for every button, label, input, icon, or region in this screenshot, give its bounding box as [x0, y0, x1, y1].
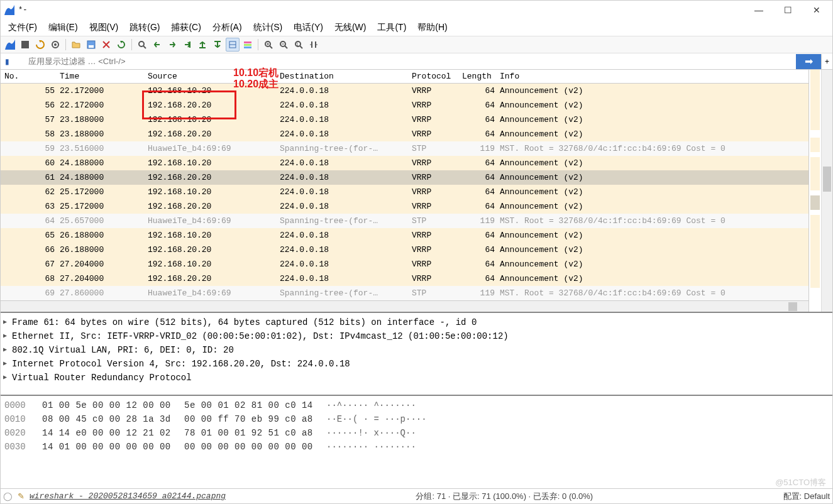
- close-button[interactable]: ✕: [802, 1, 831, 19]
- table-row[interactable]: 6124.188000192.168.20.20224.0.0.18VRRP64…: [1, 170, 808, 185]
- capture-options-button[interactable]: [48, 38, 62, 52]
- detail-row: ▶Internet Protocol Version 4, Src: 192.1…: [1, 357, 832, 371]
- zoom-out-button[interactable]: [277, 38, 290, 52]
- menu-file[interactable]: 文件(F): [3, 21, 42, 35]
- packet-details-pane[interactable]: ▶Frame 61: 64 bytes on wire (512 bits), …: [1, 312, 832, 395]
- menu-help[interactable]: 帮助(H): [412, 21, 452, 35]
- svg-line-23: [300, 46, 302, 48]
- table-row[interactable]: 6325.172000192.168.20.20224.0.0.18VRRP64…: [1, 199, 808, 214]
- table-row[interactable]: 6727.204000192.168.10.20224.0.0.18VRRP64…: [1, 257, 808, 271]
- chevron-right-icon[interactable]: ▶: [3, 315, 12, 329]
- filter-bar: ▮ ➡ +: [1, 53, 832, 70]
- stop-capture-button[interactable]: [18, 38, 32, 52]
- restart-capture-button[interactable]: [33, 38, 47, 52]
- statusbar: ◯ ✎ wireshark_-_20200528134659_a02144.pc…: [1, 488, 832, 503]
- filter-apply-button[interactable]: ➡: [796, 54, 821, 69]
- table-row[interactable]: 6425.657000HuaweiTe_b4:69:69Spanning-tre…: [1, 214, 808, 228]
- packet-bytes-pane[interactable]: 000001 00 5e 00 00 12 00 005e 00 01 02 8…: [1, 395, 832, 457]
- go-first-button[interactable]: [196, 38, 209, 52]
- table-row[interactable]: 5923.516000HuaweiTe_b4:69:69Spanning-tre…: [1, 141, 808, 156]
- svg-line-6: [143, 46, 146, 48]
- wireshark-icon: [4, 5, 14, 15]
- detail-row: ▶Virtual Router Redundancy Protocol: [1, 371, 832, 385]
- edit-icon[interactable]: ✎: [18, 491, 25, 501]
- colorize-button[interactable]: [241, 38, 255, 52]
- detail-row: ▶802.1Q Virtual LAN, PRI: 6, DEI: 0, ID:…: [1, 343, 832, 357]
- reload-button[interactable]: [114, 38, 128, 52]
- filter-add-button[interactable]: +: [821, 54, 832, 69]
- table-row[interactable]: 6024.188000192.168.10.20224.0.0.18VRRP64…: [1, 156, 808, 170]
- menu-go[interactable]: 跳转(G): [124, 21, 165, 35]
- col-protocol[interactable]: Protocol: [409, 72, 460, 81]
- svg-rect-4: [89, 45, 94, 48]
- svg-text:1: 1: [296, 42, 299, 47]
- col-info[interactable]: Info: [497, 72, 808, 81]
- detail-row: ▶Ethernet II, Src: IETF-VRRP-VRID_02 (00…: [1, 329, 832, 343]
- close-file-button[interactable]: [99, 38, 113, 52]
- col-length[interactable]: Length: [460, 72, 497, 81]
- chevron-right-icon[interactable]: ▶: [3, 371, 12, 385]
- h-scrollbar[interactable]: [1, 300, 808, 312]
- svg-line-16: [270, 46, 272, 48]
- go-last-button[interactable]: [211, 38, 224, 52]
- col-no[interactable]: No.: [1, 72, 57, 81]
- status-packets: 分组: 71 · 已显示: 71 (100.0%) · 已丢弃: 0 (0.0%…: [416, 491, 593, 502]
- menu-tools[interactable]: 工具(T): [372, 21, 411, 35]
- chevron-right-icon[interactable]: ▶: [3, 329, 12, 343]
- zoom-in-button[interactable]: [262, 38, 275, 52]
- go-to-packet-button[interactable]: [180, 38, 194, 52]
- svg-rect-0: [21, 41, 29, 48]
- hex-row[interactable]: 000001 00 5e 00 00 12 00 005e 00 01 02 8…: [4, 398, 829, 412]
- table-row[interactable]: 6626.188000192.168.20.20224.0.0.18VRRP64…: [1, 243, 808, 257]
- maximize-button[interactable]: ☐: [773, 1, 802, 19]
- svg-rect-14: [244, 47, 251, 48]
- menu-edit[interactable]: 编辑(E): [43, 21, 83, 35]
- detail-row: ▶Frame 61: 64 bytes on wire (512 bits), …: [1, 315, 832, 329]
- chevron-right-icon[interactable]: ▶: [3, 343, 12, 357]
- table-row[interactable]: 5522.172000192.168.10.20224.0.0.18VRRP64…: [1, 84, 808, 98]
- hex-row[interactable]: 003014 01 00 00 00 00 00 0000 00 00 00 0…: [4, 440, 829, 454]
- toolbar: 1: [1, 36, 832, 53]
- auto-scroll-button[interactable]: [226, 38, 240, 52]
- go-back-button[interactable]: [150, 38, 164, 52]
- svg-point-2: [54, 43, 57, 46]
- display-filter-input[interactable]: [13, 54, 796, 69]
- chevron-right-icon[interactable]: ▶: [3, 357, 12, 371]
- hex-row[interactable]: 001008 00 45 c0 00 28 1a 3d00 00 ff 70 e…: [4, 412, 829, 426]
- open-file-button[interactable]: [69, 38, 83, 52]
- table-row[interactable]: 6827.204000192.168.20.20224.0.0.18VRRP64…: [1, 271, 808, 286]
- menu-telephony[interactable]: 电话(Y): [289, 21, 328, 35]
- table-row[interactable]: 6927.860000HuaweiTe_b4:69:69Spanning-tre…: [1, 286, 808, 300]
- hex-row[interactable]: 002014 14 e0 00 00 12 21 0278 01 00 01 9…: [4, 426, 829, 440]
- menu-statistics[interactable]: 统计(S): [248, 21, 288, 35]
- bookmark-icon[interactable]: ▮: [1, 54, 13, 69]
- menu-view[interactable]: 视图(V): [84, 21, 124, 35]
- table-row[interactable]: 6526.188000192.168.10.20224.0.0.18VRRP64…: [1, 228, 808, 243]
- go-forward-button[interactable]: [165, 38, 179, 52]
- minimize-button[interactable]: —: [744, 1, 773, 19]
- menu-capture[interactable]: 捕获(C): [166, 21, 206, 35]
- zoom-reset-button[interactable]: 1: [292, 38, 306, 52]
- col-time[interactable]: Time: [57, 72, 145, 81]
- table-row[interactable]: 5622.172000192.168.20.20224.0.0.18VRRP64…: [1, 98, 808, 112]
- save-file-button[interactable]: [84, 38, 98, 52]
- expert-info-icon[interactable]: ◯: [3, 491, 13, 501]
- resize-columns-button[interactable]: [307, 38, 321, 52]
- start-capture-button[interactable]: [3, 38, 17, 52]
- titlebar: *- — ☐ ✕: [1, 1, 832, 19]
- annotation-2: 10.20成主: [233, 78, 279, 91]
- menu-analyze[interactable]: 分析(A): [207, 21, 247, 35]
- table-row[interactable]: 6225.172000192.168.10.20224.0.0.18VRRP64…: [1, 185, 808, 199]
- table-row[interactable]: 5823.188000192.168.20.20224.0.0.18VRRP64…: [1, 127, 808, 141]
- v-scrollbar[interactable]: [821, 70, 832, 312]
- svg-point-5: [139, 41, 144, 47]
- packet-list-rows[interactable]: 5522.172000192.168.10.20224.0.0.18VRRP64…: [1, 84, 808, 300]
- packet-list-header[interactable]: No. Time Source Destination Protocol Len…: [1, 70, 808, 84]
- find-button[interactable]: [135, 38, 149, 52]
- menu-wireless[interactable]: 无线(W): [329, 21, 372, 35]
- col-destination[interactable]: Destination: [277, 72, 409, 81]
- table-row[interactable]: 5723.188000192.168.10.20224.0.0.18VRRP64…: [1, 112, 808, 127]
- menubar: 文件(F) 编辑(E) 视图(V) 跳转(G) 捕获(C) 分析(A) 统计(S…: [1, 19, 832, 36]
- packet-minimap[interactable]: [808, 70, 821, 312]
- status-profile[interactable]: 配置: Default: [783, 491, 830, 502]
